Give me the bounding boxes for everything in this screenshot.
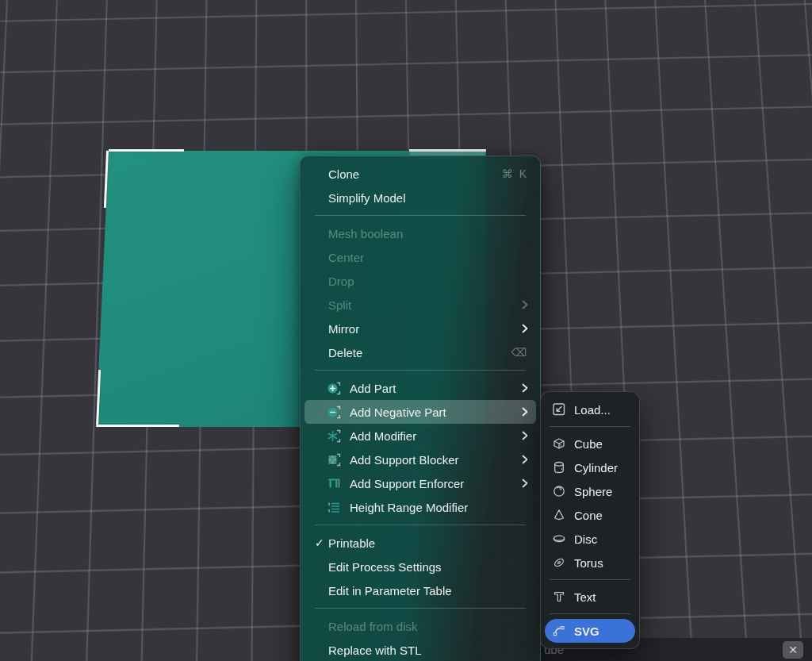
menu-separator <box>550 613 630 614</box>
submenu-item-sphere[interactable]: Sphere <box>545 479 635 503</box>
chevron-right-icon <box>522 431 528 440</box>
menu-item-label: Clone <box>328 167 359 181</box>
menu-item-edit-process-settings[interactable]: Edit Process Settings <box>304 555 536 578</box>
add-modifier-icon <box>326 428 343 444</box>
menu-item-printable[interactable]: ✓ Printable <box>304 531 536 555</box>
menu-item-replace-with-stl[interactable]: Replace with STL <box>304 638 536 661</box>
menu-separator <box>315 525 526 525</box>
menu-item-label: Mesh boolean <box>328 227 403 240</box>
cylinder-icon <box>551 459 567 475</box>
chevron-right-icon <box>522 407 528 417</box>
submenu-item-label: Sphere <box>574 485 612 498</box>
menu-item-clone[interactable]: Clone ⌘ K <box>304 162 536 186</box>
submenu-item-svg[interactable]: SVG <box>545 619 635 643</box>
menu-item-label: Center <box>328 251 364 264</box>
add-support-blocker-icon <box>326 452 343 468</box>
menu-separator <box>315 215 526 216</box>
menu-item-label: Delete <box>328 346 362 359</box>
menu-item-label: Edit in Parameter Table <box>328 584 452 598</box>
chevron-right-icon <box>522 300 528 309</box>
menu-item-label: Simplify Model <box>328 191 406 205</box>
menu-separator <box>315 608 526 609</box>
menu-item-drop: Drop <box>304 269 536 293</box>
menu-item-height-range-modifier[interactable]: Height Range Modifier <box>304 495 536 519</box>
menu-item-label: Add Part <box>350 382 396 395</box>
text-icon <box>551 589 567 605</box>
menu-item-add-support-enforcer[interactable]: Add Support Enforcer <box>304 471 536 495</box>
submenu-item-cylinder[interactable]: Cylinder <box>545 455 635 479</box>
cone-icon <box>551 507 567 523</box>
svg-icon <box>551 623 567 639</box>
submenu-item-label: Cube <box>574 437 603 451</box>
menu-separator <box>550 579 630 580</box>
slicer-viewport[interactable]: ube ✕ Clone ⌘ K Simplify Model Mesh bool… <box>0 0 812 661</box>
add-support-enforcer-icon <box>326 475 343 492</box>
menu-item-label: Add Negative Part <box>350 405 446 419</box>
menu-item-label: Reload from disk <box>328 620 418 633</box>
menu-item-add-part[interactable]: Add Part <box>304 376 536 400</box>
chevron-right-icon <box>522 478 528 488</box>
selection-outline-segment <box>109 149 184 152</box>
menu-item-label: Height Range Modifier <box>350 501 468 514</box>
submenu-item-label: Cylinder <box>574 461 618 475</box>
chevron-right-icon <box>522 455 528 464</box>
menu-separator <box>315 370 526 371</box>
close-icon[interactable]: ✕ <box>783 641 803 659</box>
cube-icon <box>551 436 567 452</box>
submenu-item-torus[interactable]: Torus <box>545 551 635 575</box>
submenu-item-cone[interactable]: Cone <box>545 503 635 527</box>
menu-item-label: Printable <box>328 536 375 550</box>
add-negative-part-icon <box>326 404 343 421</box>
menu-item-add-negative-part[interactable]: Add Negative Part <box>304 400 536 424</box>
chevron-right-icon <box>522 324 528 333</box>
menu-item-center: Center <box>304 245 536 269</box>
menu-item-split: Split <box>304 293 536 317</box>
menu-item-label: Drop <box>328 275 354 288</box>
menu-item-delete[interactable]: Delete ⌫ <box>304 340 536 364</box>
submenu-item-cube[interactable]: Cube <box>545 432 635 455</box>
shortcut-clone: ⌘ K <box>502 167 528 180</box>
menu-separator <box>550 426 630 427</box>
menu-item-label: Split <box>328 298 351 312</box>
submenu-item-label: Load... <box>574 403 611 417</box>
submenu-item-label: SVG <box>574 624 599 638</box>
menu-item-add-modifier[interactable]: Add Modifier <box>304 424 536 448</box>
submenu-item-disc[interactable]: Disc <box>545 527 635 551</box>
menu-item-reload-from-disk: Reload from disk <box>304 614 536 638</box>
checkmark-icon: ✓ <box>315 536 328 549</box>
disc-icon <box>551 531 567 547</box>
submenu-item-text[interactable]: Text <box>545 585 635 609</box>
load-icon <box>551 402 567 417</box>
submenu-item-label: Text <box>574 590 596 604</box>
menu-item-label: Add Support Enforcer <box>350 477 464 490</box>
menu-item-label: Edit Process Settings <box>328 560 442 574</box>
submenu-item-label: Cone <box>574 509 603 522</box>
add-part-icon <box>326 380 343 397</box>
selection-outline-segment <box>97 425 179 427</box>
add-negative-part-submenu: Load... Cube Cylinder <box>540 391 640 649</box>
menu-item-mirror[interactable]: Mirror <box>304 317 536 340</box>
menu-item-add-support-blocker[interactable]: Add Support Blocker <box>304 448 536 471</box>
menu-item-simplify-model[interactable]: Simplify Model <box>304 186 536 209</box>
menu-item-label: Add Support Blocker <box>350 453 459 467</box>
menu-item-edit-in-parameter-table[interactable]: Edit in Parameter Table <box>304 578 536 602</box>
submenu-item-label: Disc <box>574 532 597 546</box>
height-range-modifier-icon <box>326 499 343 516</box>
menu-item-mesh-boolean: Mesh boolean <box>304 221 536 245</box>
sphere-icon <box>551 483 567 499</box>
torus-icon <box>551 555 567 571</box>
submenu-item-load[interactable]: Load... <box>545 398 635 421</box>
menu-item-label: Add Modifier <box>350 429 416 443</box>
menu-item-label: Replace with STL <box>328 644 422 657</box>
backspace-icon: ⌫ <box>511 346 528 359</box>
chevron-right-icon <box>522 383 528 393</box>
object-context-menu: Clone ⌘ K Simplify Model Mesh boolean Ce… <box>300 156 541 661</box>
submenu-item-label: Torus <box>574 556 603 570</box>
menu-item-label: Mirror <box>328 322 359 336</box>
